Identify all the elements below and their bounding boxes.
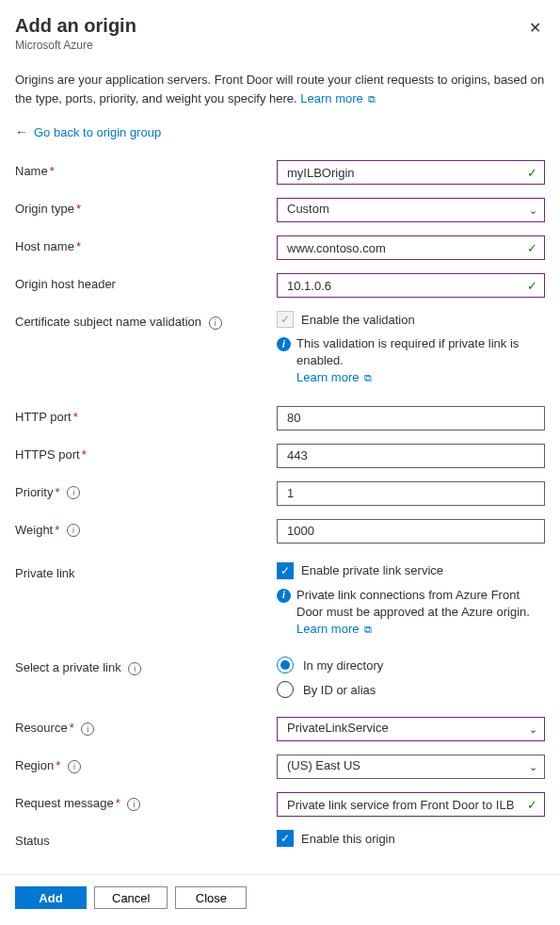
host-name-input[interactable] [277,235,545,260]
radio-icon [277,657,294,673]
origin-type-select[interactable]: Custom [277,198,545,222]
back-link[interactable]: ← Go back to origin group [15,124,545,139]
cancel-button[interactable]: Cancel [94,886,168,909]
page-title: Add an origin [15,15,136,37]
cert-validation-checkbox[interactable]: ✓ [277,311,294,328]
priority-label: Priority* i [15,481,277,500]
status-checkbox-label: Enable this origin [301,832,395,846]
radio-icon [277,681,294,698]
external-link-icon: ⧉ [364,623,372,637]
select-private-link-label: Select a private link i [15,657,277,675]
private-link-learn-more-link[interactable]: Learn more ⧉ [296,622,372,636]
cert-validation-info: This validation is required if private l… [296,336,519,367]
status-label: Status [15,830,277,848]
description-text: Origins are your application servers. Fr… [15,71,545,107]
private-link-checkbox[interactable]: ✓ [277,562,294,579]
origin-host-header-label: Origin host header [15,273,277,291]
priority-input[interactable] [277,481,545,506]
radio-by-id-or-alias[interactable]: By ID or alias [277,681,545,698]
host-name-label: Host name* [15,235,277,253]
info-icon[interactable]: i [209,316,222,330]
private-link-info: Private link connections from Azure Fron… [296,588,530,619]
radio-in-my-directory[interactable]: In my directory [277,657,545,673]
info-icon[interactable]: i [67,486,80,499]
name-label: Name* [15,160,277,178]
cert-validation-checkbox-label: Enable the validation [301,313,415,327]
resource-label: Resource* i [15,717,277,736]
status-checkbox[interactable]: ✓ [277,830,294,847]
region-select[interactable]: (US) East US [277,755,545,779]
info-icon: i [277,337,291,351]
https-port-label: HTTPS port* [15,444,277,462]
private-link-label: Private link [15,562,277,580]
cert-validation-label: Certificate subject name validation i [15,311,277,330]
info-icon[interactable]: i [67,524,80,537]
origin-host-header-input[interactable] [277,273,545,298]
https-port-input[interactable] [277,444,545,468]
info-icon[interactable]: i [81,722,94,736]
external-link-icon: ⧉ [364,371,372,385]
weight-label: Weight* i [15,519,277,538]
http-port-label: HTTP port* [15,406,277,424]
info-icon: i [277,589,291,603]
add-button[interactable]: Add [15,886,87,909]
page-subtitle: Microsoft Azure [15,39,136,52]
request-message-input[interactable] [277,792,545,817]
close-icon[interactable]: ✕ [525,15,545,41]
learn-more-link[interactable]: Learn more ⧉ [300,91,376,105]
info-icon[interactable]: i [68,760,81,773]
http-port-input[interactable] [277,406,545,430]
cert-learn-more-link[interactable]: Learn more ⧉ [296,370,372,384]
region-label: Region* i [15,755,277,773]
origin-type-label: Origin type* [15,198,277,216]
external-link-icon: ⧉ [368,91,376,107]
name-input[interactable] [277,160,545,185]
info-icon[interactable]: i [128,662,141,675]
private-link-checkbox-label: Enable private link service [301,563,443,577]
weight-input[interactable] [277,519,545,544]
request-message-label: Request message* i [15,792,277,811]
close-button[interactable]: Close [175,886,247,909]
arrow-left-icon: ← [15,124,28,139]
resource-select[interactable]: PrivateLinkService [277,717,545,741]
info-icon[interactable]: i [127,798,140,811]
